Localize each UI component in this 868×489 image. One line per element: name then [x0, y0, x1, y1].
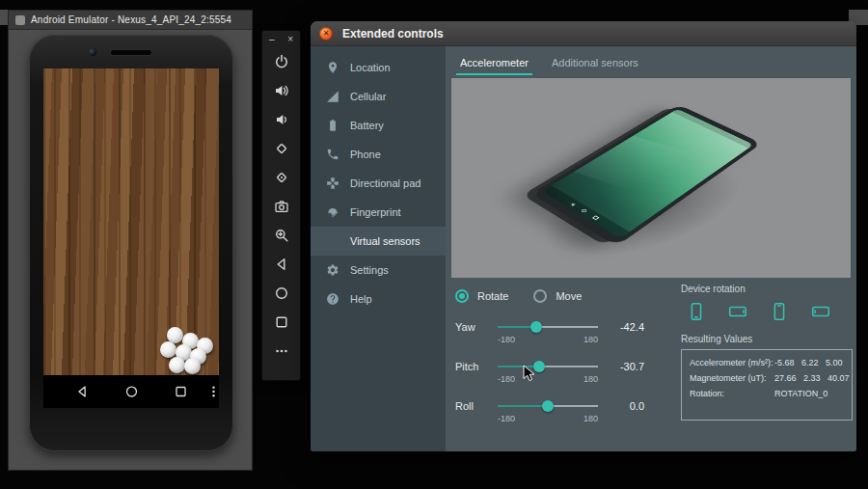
more-button[interactable]: [262, 337, 300, 366]
roll-slider-row: Roll -180 180 0.0: [455, 399, 644, 423]
sidebar-item-location[interactable]: Location: [311, 53, 446, 82]
rotation-portrait-icon[interactable]: [685, 300, 708, 323]
toolbar-window-controls: – ×: [262, 31, 300, 47]
toolbar-minimize-button[interactable]: –: [269, 35, 275, 44]
accelerometer-label: Accelerometer (m/s²):: [690, 358, 774, 367]
tab-accelerometer[interactable]: Accelerometer: [451, 53, 537, 76]
sidebar-item-settings[interactable]: Settings: [311, 256, 446, 285]
magnetometer-values: 27.66 2.33 40.07: [774, 373, 850, 383]
rotation-row: Rotation: ROTATION_0: [690, 389, 844, 398]
android-overview-button[interactable]: [174, 385, 188, 399]
emulator-app-icon: [15, 15, 25, 25]
accelerometer-row: Accelerometer (m/s²): -5.68 6.22 5.00: [690, 358, 844, 367]
android-home-button[interactable]: [124, 385, 139, 399]
home-button[interactable]: [262, 279, 300, 308]
radio-unselected-icon: [533, 289, 547, 303]
sidebar-item-label: Cellular: [350, 91, 386, 102]
pitch-slider-row: Pitch -180 180 -30.: [455, 360, 644, 384]
resulting-values-section: Resulting Values Accelerometer (m/s²): -…: [681, 334, 853, 421]
marble: [160, 341, 176, 358]
earpiece-speaker: [111, 50, 151, 55]
marble: [169, 357, 185, 373]
magnetometer-row: Magnetometer (uT): 27.66 2.33 40.07: [690, 373, 844, 383]
window-close-button[interactable]: ✕: [319, 27, 333, 41]
device-3d-view[interactable]: [451, 78, 851, 278]
yaw-slider[interactable]: [498, 320, 598, 334]
tab-additional-sensors[interactable]: Additional sensors: [543, 53, 647, 76]
device-skin: [29, 35, 233, 451]
back-button[interactable]: [262, 250, 300, 279]
move-radio-label: Move: [556, 290, 582, 302]
roll-slider[interactable]: [498, 399, 598, 413]
rotation-label: Rotation:: [690, 389, 774, 398]
sidebar-item-label: Settings: [350, 264, 389, 276]
rotate-radio[interactable]: Rotate: [455, 289, 508, 303]
sidebar-item-fingerprint[interactable]: Fingerprint: [311, 198, 446, 227]
slider-min-label: -180: [498, 414, 515, 423]
battery-icon: [326, 119, 339, 132]
desktop: Android Emulator - Nexus_4_API_24_2:5554: [0, 0, 868, 489]
sidebar-item-battery[interactable]: Battery: [311, 111, 446, 140]
yaw-slider-row: Yaw -180 180 -42.4: [455, 320, 644, 344]
front-camera: [89, 48, 96, 56]
volume-down-button[interactable]: [262, 105, 300, 134]
extended-controls-sidebar: Location Cellular Battery: [311, 46, 446, 451]
rotation-portrait-flipped-icon[interactable]: [768, 300, 791, 323]
rotate-right-button[interactable]: [262, 163, 300, 192]
pitch-slider[interactable]: [498, 360, 598, 373]
sidebar-item-label: Help: [350, 293, 372, 305]
device-screen[interactable]: [43, 68, 219, 408]
rotation-landscape-icon[interactable]: [726, 300, 749, 323]
cellular-signal-icon: [326, 90, 339, 103]
yaw-slider-thumb[interactable]: [530, 321, 542, 333]
device-rotation-section: Device rotation: [681, 284, 853, 323]
extended-controls-title-bar[interactable]: ✕ Extended controls: [311, 21, 856, 46]
overview-button[interactable]: [262, 308, 300, 337]
slider-max-label: 180: [583, 414, 598, 423]
toolbar-close-button[interactable]: ×: [287, 35, 293, 44]
android-nav-bar: [43, 375, 219, 408]
move-radio[interactable]: Move: [533, 289, 582, 303]
emulator-window: Android Emulator - Nexus_4_API_24_2:5554: [8, 10, 253, 471]
wood-wallpaper: [43, 68, 219, 375]
yaw-label: Yaw: [455, 320, 488, 344]
location-pin-icon: [326, 61, 339, 74]
sidebar-item-virtual-sensors[interactable]: Virtual sensors: [311, 227, 446, 256]
rotation-landscape-flipped-icon[interactable]: [809, 300, 832, 323]
power-button[interactable]: [262, 47, 300, 76]
yaw-value: -42.4: [608, 320, 644, 344]
sidebar-item-label: Battery: [350, 120, 384, 131]
gear-icon: [326, 263, 339, 277]
radio-selected-icon: [455, 289, 469, 303]
resulting-values-title: Resulting Values: [681, 334, 853, 344]
emulator-title-bar[interactable]: Android Emulator - Nexus_4_API_24_2:5554: [9, 11, 252, 30]
roll-value: 0.0: [608, 399, 644, 423]
sensor-tabs: Accelerometer Additional sensors: [446, 46, 856, 76]
extended-controls-window: ✕ Extended controls Location Cellular: [311, 21, 856, 451]
android-back-button[interactable]: [75, 385, 90, 399]
volume-up-button[interactable]: [262, 76, 300, 105]
resulting-values-box: Accelerometer (m/s²): -5.68 6.22 5.00 Ma…: [681, 349, 853, 421]
rotation-value: ROTATION_0: [774, 389, 827, 398]
pitch-slider-thumb[interactable]: [533, 361, 545, 372]
slider-fill: [498, 405, 548, 407]
slider-max-label: 180: [583, 335, 598, 344]
emulator-toolbar: – ×: [261, 30, 301, 381]
back-glyph: [570, 202, 576, 205]
menu-dots-icon[interactable]: [206, 385, 221, 399]
screenshot-button[interactable]: [262, 192, 300, 221]
marble: [184, 358, 201, 374]
sidebar-item-label: Phone: [350, 149, 381, 160]
sidebar-item-directional-pad[interactable]: Directional pad: [311, 169, 446, 198]
roll-slider-thumb[interactable]: [542, 400, 554, 412]
overview-glyph: [592, 215, 599, 219]
sidebar-item-phone[interactable]: Phone: [311, 140, 446, 169]
zoom-button[interactable]: [262, 221, 300, 250]
slider-min-label: -180: [498, 335, 515, 344]
sidebar-item-cellular[interactable]: Cellular: [311, 82, 446, 111]
sidebar-item-label: Location: [350, 62, 391, 73]
rotate-left-button[interactable]: [262, 134, 300, 163]
interaction-mode: Rotate Move: [455, 289, 582, 303]
sidebar-item-help[interactable]: Help: [311, 285, 446, 313]
phone-handset-icon: [326, 148, 339, 161]
